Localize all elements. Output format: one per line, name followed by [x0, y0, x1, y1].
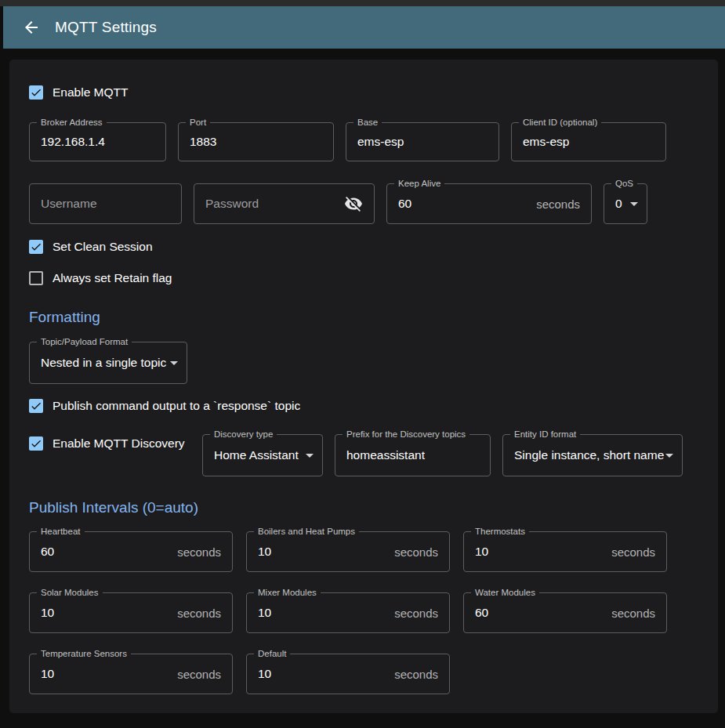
enable-discovery-row: Enable MQTT Discovery	[29, 436, 202, 451]
interval-solar-input[interactable]	[41, 606, 171, 620]
entity-id-format-value: Single instance, short name	[514, 448, 664, 462]
interval-thermostats-input[interactable]	[475, 545, 605, 559]
interval-unit: seconds	[388, 607, 438, 620]
client-id-input[interactable]	[523, 135, 654, 149]
check-icon	[30, 241, 42, 253]
publish-intervals-heading: Publish Intervals (0=auto)	[29, 499, 698, 516]
interval-label: Mixer Modules	[254, 588, 321, 598]
clean-session-label[interactable]: Set Clean Session	[53, 240, 153, 254]
discovery-type-select[interactable]: Discovery type Home Assistant	[202, 434, 323, 476]
discovery-prefix-field: Prefix for the Discovery topics	[335, 434, 491, 476]
interval-unit: seconds	[171, 545, 221, 559]
interval-solar-field: Solar Modules seconds	[29, 592, 233, 633]
clean-session-row: Set Clean Session	[29, 240, 698, 254]
password-field	[194, 183, 375, 224]
enable-discovery-label[interactable]: Enable MQTT Discovery	[53, 436, 185, 451]
interval-temperature-input[interactable]	[41, 667, 171, 681]
credentials-row: Keep Alive seconds QoS 0	[29, 183, 698, 224]
entity-id-format-label: Entity ID format	[510, 429, 580, 440]
base-label: Base	[353, 118, 382, 128]
interval-boilers-input[interactable]	[258, 545, 388, 559]
broker-address-input[interactable]	[41, 135, 154, 149]
enable-mqtt-checkbox[interactable]	[29, 85, 43, 100]
password-input[interactable]	[205, 197, 344, 211]
broker-address-field: Broker Address	[29, 122, 166, 161]
keep-alive-unit: seconds	[530, 197, 580, 211]
port-label: Port	[186, 118, 210, 128]
interval-label: Temperature Sensors	[37, 649, 131, 659]
clean-session-checkbox[interactable]	[29, 240, 43, 254]
interval-label: Thermostats	[471, 527, 529, 537]
publish-response-label[interactable]: Publish command output to a `response` t…	[53, 399, 300, 413]
interval-water-input[interactable]	[475, 606, 605, 620]
retain-flag-label[interactable]: Always set Retain flag	[53, 271, 172, 285]
base-field: Base	[346, 122, 499, 161]
discovery-prefix-label: Prefix for the Discovery topics	[343, 429, 469, 440]
enable-discovery-checkbox[interactable]	[29, 436, 43, 451]
interval-mixer-field: Mixer Modules seconds	[246, 592, 450, 633]
interval-unit: seconds	[388, 545, 438, 559]
publish-response-checkbox[interactable]	[29, 399, 43, 413]
interval-label: Boilers and Heat Pumps	[254, 527, 359, 537]
client-id-label: Client ID (optional)	[519, 118, 601, 128]
port-field: Port	[178, 122, 334, 161]
chevron-down-icon	[165, 353, 183, 372]
interval-label: Default	[254, 649, 290, 659]
retain-flag-checkbox[interactable]	[29, 271, 43, 285]
interval-default-input[interactable]	[258, 667, 388, 681]
entity-id-format-select[interactable]: Entity ID format Single instance, short …	[502, 434, 683, 476]
check-icon	[30, 400, 42, 412]
settings-card: Enable MQTT Broker Address Port Base Cli…	[9, 60, 718, 713]
interval-unit: seconds	[605, 607, 655, 620]
interval-thermostats-field: Thermostats seconds	[463, 531, 667, 572]
interval-water-field: Water Modules seconds	[463, 592, 667, 633]
discovery-prefix-input[interactable]	[346, 448, 479, 462]
interval-heartbeat-field: Heartbeat seconds	[29, 531, 233, 572]
publish-response-row: Publish command output to a `response` t…	[29, 399, 698, 413]
check-icon	[30, 86, 42, 99]
port-input[interactable]	[190, 135, 322, 149]
check-icon	[30, 437, 42, 450]
interval-unit: seconds	[171, 668, 221, 681]
connection-fields-row: Broker Address Port Base Client ID (opti…	[29, 122, 698, 161]
interval-mixer-input[interactable]	[258, 606, 388, 620]
app-header: MQTT Settings	[3, 6, 725, 49]
discovery-fields: Discovery type Home Assistant Prefix for…	[202, 434, 683, 476]
username-input[interactable]	[41, 197, 170, 211]
qos-value: 0	[615, 197, 622, 211]
interval-heartbeat-input[interactable]	[41, 545, 171, 559]
keep-alive-field: Keep Alive seconds	[386, 183, 592, 224]
intervals-grid: Heartbeat seconds Boilers and Heat Pumps…	[29, 531, 698, 694]
chevron-down-icon	[660, 446, 679, 465]
topic-format-value: Nested in a single topic	[41, 356, 166, 370]
topic-format-label: Topic/Payload Format	[37, 337, 132, 347]
interval-label: Solar Modules	[37, 588, 103, 598]
visibility-off-icon[interactable]	[344, 194, 363, 213]
qos-select[interactable]: QoS 0	[604, 183, 647, 224]
interval-temperature-field: Temperature Sensors seconds	[29, 654, 233, 694]
base-input[interactable]	[357, 135, 488, 149]
chevron-down-icon	[300, 446, 319, 465]
back-arrow-icon[interactable]	[22, 18, 41, 37]
broker-address-label: Broker Address	[37, 118, 107, 128]
topic-format-select[interactable]: Topic/Payload Format Nested in a single …	[29, 342, 187, 384]
qos-label: QoS	[611, 179, 637, 189]
discovery-row: Enable MQTT Discovery Discovery type Hom…	[29, 434, 698, 476]
interval-label: Water Modules	[471, 588, 539, 598]
keep-alive-label: Keep Alive	[394, 179, 444, 189]
interval-unit: seconds	[388, 668, 438, 681]
username-field	[29, 183, 182, 224]
discovery-type-label: Discovery type	[210, 429, 277, 440]
page-title: MQTT Settings	[55, 19, 157, 36]
interval-boilers-field: Boilers and Heat Pumps seconds	[246, 531, 450, 572]
interval-unit: seconds	[171, 607, 221, 620]
enable-mqtt-label[interactable]: Enable MQTT	[53, 85, 128, 100]
client-id-field: Client ID (optional)	[511, 122, 666, 161]
interval-unit: seconds	[605, 545, 655, 559]
chevron-down-icon	[625, 194, 643, 213]
interval-label: Heartbeat	[37, 527, 85, 537]
retain-flag-row: Always set Retain flag	[29, 271, 698, 285]
keep-alive-input[interactable]	[398, 197, 530, 211]
enable-mqtt-row: Enable MQTT	[29, 85, 698, 100]
window-top-strip	[0, 0, 725, 6]
